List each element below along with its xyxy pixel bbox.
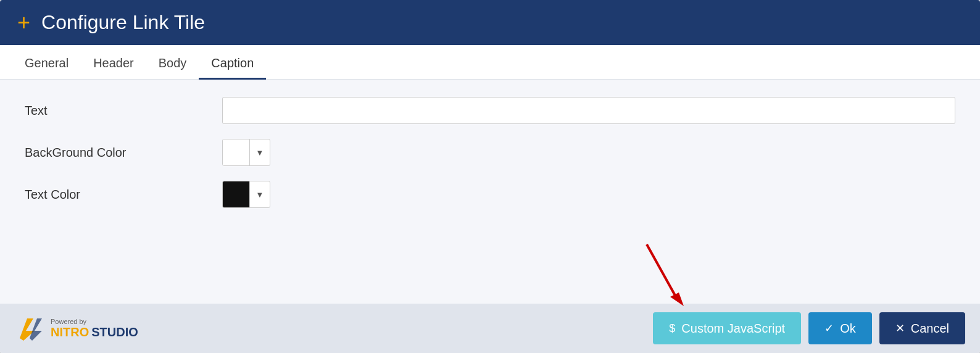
bg-color-label: BackGround Color: [25, 146, 222, 160]
tab-header[interactable]: Header: [81, 49, 146, 80]
times-icon: ✕: [895, 322, 905, 335]
text-color-swatch: [223, 181, 250, 208]
dialog-footer: Powered by NITRO STUDIO $ Custom JavaScr…: [0, 304, 980, 353]
cancel-button[interactable]: ✕ Cancel: [879, 312, 965, 344]
dialog-title: Configure Link Tile: [41, 11, 205, 34]
bg-color-row: BackGround Color ▼: [25, 139, 955, 166]
footer-buttons: $ Custom JavaScript ✓ Ok ✕ Cancel: [653, 312, 965, 344]
text-color-dropdown-arrow: ▼: [250, 181, 270, 208]
powered-by-text: Powered by: [51, 318, 138, 325]
nitro-logo-icon: [15, 314, 44, 343]
ok-button[interactable]: ✓ Ok: [808, 312, 872, 344]
logo-text-block: Powered by NITRO STUDIO: [51, 318, 138, 339]
tabs-bar: General Header Body Caption: [0, 45, 980, 80]
tab-body[interactable]: Body: [146, 49, 199, 80]
bg-color-dropdown-arrow: ▼: [250, 139, 270, 166]
text-color-picker[interactable]: ▼: [222, 181, 270, 208]
dollar-icon: $: [669, 322, 675, 335]
configure-link-tile-dialog: + Configure Link Tile General Header Bod…: [0, 0, 980, 353]
tab-general[interactable]: General: [12, 49, 81, 80]
logo-nitro-text: NITRO: [51, 325, 89, 339]
text-color-row: Text Color ▼: [25, 181, 955, 208]
plus-icon: +: [17, 12, 30, 34]
logo-studio-text: STUDIO: [91, 325, 138, 339]
ok-label: Ok: [840, 322, 856, 336]
bg-color-swatch: [223, 139, 250, 166]
custom-js-label: Custom JavaScript: [681, 322, 785, 336]
dialog-header: + Configure Link Tile: [0, 0, 980, 45]
text-input[interactable]: [222, 97, 955, 124]
form-content: Text BackGround Color ▼ Text Color ▼: [0, 80, 980, 304]
tab-caption[interactable]: Caption: [199, 49, 266, 80]
custom-javascript-button[interactable]: $ Custom JavaScript: [653, 312, 801, 344]
checkmark-icon: ✓: [824, 322, 834, 335]
text-label: Text: [25, 104, 222, 118]
footer-logo: Powered by NITRO STUDIO: [15, 314, 138, 343]
text-row: Text: [25, 97, 955, 124]
text-color-label: Text Color: [25, 188, 222, 202]
bg-color-picker[interactable]: ▼: [222, 139, 270, 166]
logo-brand: NITRO STUDIO: [51, 325, 138, 339]
svg-marker-1: [30, 318, 42, 341]
cancel-label: Cancel: [911, 322, 949, 336]
